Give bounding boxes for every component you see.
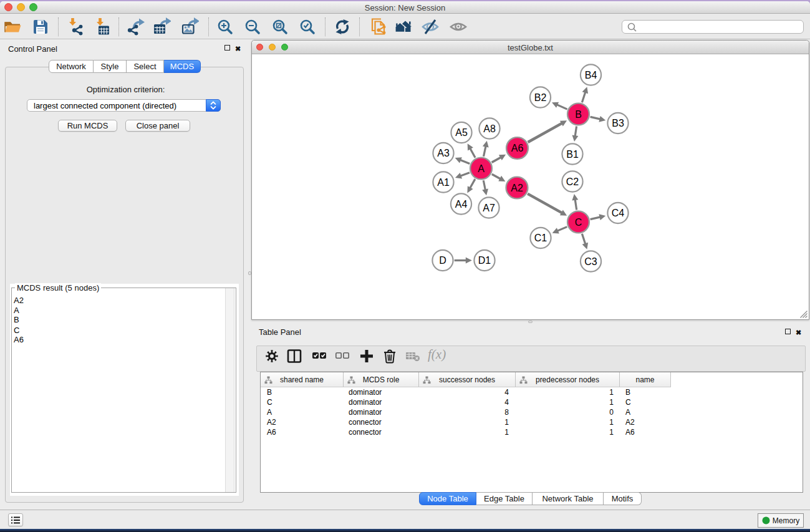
svg-text:C1: C1 [534,233,547,243]
svg-text:A1: A1 [437,177,450,188]
svg-text:B1: B1 [566,149,579,160]
svg-text:B4: B4 [585,70,597,80]
svg-text:C3: C3 [584,256,597,267]
svg-text:B2: B2 [534,92,547,103]
svg-text:A5: A5 [455,127,468,138]
svg-text:A2: A2 [511,183,523,193]
svg-text:A4: A4 [455,199,468,210]
svg-text:B3: B3 [612,118,624,128]
svg-text:D1: D1 [478,255,491,266]
svg-text:A3: A3 [437,148,450,158]
svg-text:A8: A8 [483,123,496,134]
svg-text:C: C [575,217,582,228]
svg-text:C2: C2 [566,177,579,187]
svg-text:D: D [439,255,446,266]
svg-text:B: B [575,109,582,120]
svg-text:A: A [478,163,485,174]
svg-text:A6: A6 [511,143,524,153]
svg-text:A7: A7 [483,203,495,213]
svg-text:C4: C4 [612,208,625,218]
